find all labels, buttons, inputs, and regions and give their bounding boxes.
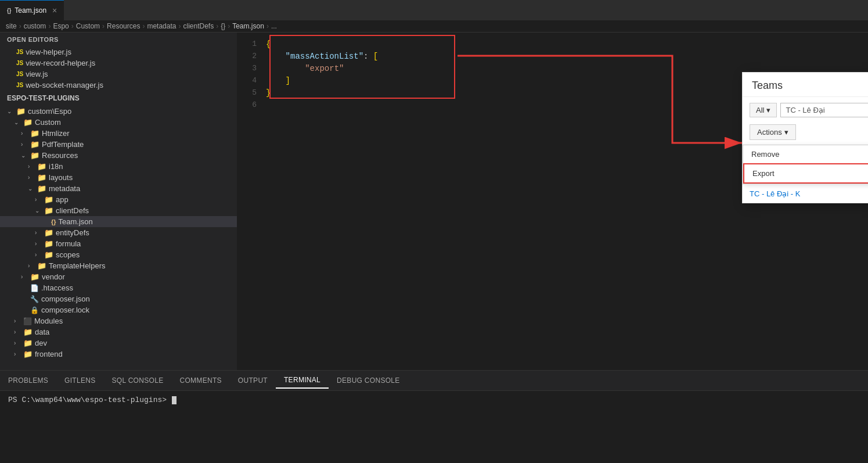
sidebar-item-label: Resources	[42, 151, 78, 160]
popup-export-item[interactable]: Export	[743, 163, 868, 184]
folder-icon: 📁	[44, 239, 53, 248]
popup-filter-row: All ▾	[743, 97, 868, 121]
sidebar-item-htmlizer[interactable]: › 📁 Htmlizer	[0, 128, 237, 139]
sidebar-item-label: layouts	[49, 173, 73, 182]
sidebar-item-composer-json[interactable]: 🔧 composer.json	[0, 293, 237, 304]
sidebar-item-i18n[interactable]: › 📁 i18n	[0, 161, 237, 172]
sidebar-item-team-json[interactable]: {} Team.json	[0, 216, 237, 227]
popup-search-input[interactable]	[780, 103, 868, 117]
sidebar: OPEN EDITORS JS view-helper.js JS view-r…	[0, 33, 237, 370]
tab-team-json[interactable]: {} Team.json ×	[0, 0, 64, 20]
popup-list-item: TC - Lê Đại - K	[743, 184, 868, 203]
folder-icon: 📁	[16, 107, 26, 116]
sidebar-item-label: metadata	[49, 184, 80, 193]
sidebar-item-custom[interactable]: ⌄ 📁 Custom	[0, 117, 237, 128]
project-name: ESPO-TEST-PLUGINS	[0, 91, 237, 106]
tab-comments[interactable]: COMMENTS	[171, 373, 229, 388]
main-area: OPEN EDITORS JS view-helper.js JS view-r…	[0, 33, 868, 370]
chevron-right-icon: ›	[35, 196, 42, 203]
tab-close-icon[interactable]: ×	[52, 6, 57, 15]
popup-filter-all-button[interactable]: All ▾	[750, 103, 777, 117]
breadcrumb-part: ...	[271, 22, 277, 30]
json-file-icon: {}	[7, 7, 11, 14]
breadcrumb-part: metadata	[147, 22, 176, 30]
breadcrumb: site › custom › Espo › Custom › Resource…	[0, 20, 868, 33]
terminal-prompt: PS C:\wamp64\www\espo-test-plugins>	[8, 396, 171, 404]
folder-icon: 📁	[30, 140, 39, 149]
sidebar-item-data[interactable]: › 📁 data	[0, 326, 237, 338]
chevron-right-icon: ›	[14, 329, 21, 335]
composer-lock-icon: 🔒	[30, 306, 39, 314]
sidebar-item-formula[interactable]: › 📁 formula	[0, 238, 237, 249]
sidebar-item-label: Custom	[35, 118, 61, 127]
folder-icon: 📁	[37, 162, 46, 171]
sidebar-item-entitydefs[interactable]: › 📁 entityDefs	[0, 227, 237, 238]
popup-actions-dropdown: Remove Export	[743, 145, 868, 184]
sidebar-item-view-record-helper[interactable]: JS view-record-helper.js	[0, 58, 237, 69]
chevron-down-icon: ⌄	[35, 207, 42, 214]
sidebar-item-label: clientDefs	[56, 206, 89, 215]
sidebar-item-label: scopes	[56, 250, 80, 259]
editor-content[interactable]: 1 { 2 "massActionList": [ 3 "export" 4 ]…	[237, 33, 868, 370]
sidebar-item-scopes[interactable]: › 📁 scopes	[0, 249, 237, 260]
chevron-right-icon: ›	[35, 229, 42, 236]
folder-icon: 📁	[44, 250, 53, 259]
popup-remove-item[interactable]: Remove	[743, 145, 868, 163]
tab-sql-console[interactable]: SQL CONSOLE	[104, 373, 172, 388]
code-line-1: 1 {	[237, 38, 868, 51]
sidebar-item-label: Htmlizer	[42, 129, 70, 138]
sidebar-item-web-socket-manager[interactable]: JS web-socket-manager.js	[0, 80, 237, 91]
sidebar-item-label: app	[56, 195, 69, 204]
modules-icon: ⬛	[23, 317, 32, 325]
sidebar-item-dev[interactable]: › 📁 dev	[0, 338, 237, 349]
sidebar-item-composer-lock[interactable]: 🔒 composer.lock	[0, 304, 237, 315]
sidebar-item-label: vendor	[42, 272, 65, 281]
sidebar-item-label: i18n	[49, 162, 63, 171]
chevron-down-icon: ⌄	[14, 119, 21, 125]
bottom-tabs: PROBLEMS GITLENS SQL CONSOLE COMMENTS OU…	[0, 371, 868, 391]
sidebar-item-label: TemplateHelpers	[49, 261, 106, 270]
tab-terminal[interactable]: TERMINAL	[276, 372, 329, 389]
breadcrumb-part: Custom	[76, 22, 100, 30]
js-file-icon: JS	[16, 60, 23, 66]
sidebar-item-label: PdfTemplate	[42, 140, 84, 149]
sidebar-item-view-helper[interactable]: JS view-helper.js	[0, 46, 237, 58]
chevron-right-icon: ›	[14, 318, 21, 324]
sidebar-item-layouts[interactable]: › 📁 layouts	[0, 172, 237, 183]
folder-icon: 📁	[37, 261, 46, 270]
chevron-right-icon: ›	[28, 174, 35, 181]
sidebar-item-custom-espo[interactable]: ⌄ 📁 custom\Espo	[0, 106, 237, 117]
tab-debug-console[interactable]: DEBUG CONSOLE	[329, 373, 408, 388]
sidebar-item-clientdefs[interactable]: ⌄ 📁 clientDefs	[0, 205, 237, 216]
folder-icon: 📁	[44, 195, 53, 204]
sidebar-item-frontend[interactable]: › 📁 frontend	[0, 349, 237, 360]
sidebar-item-pdftemplate[interactable]: › 📁 PdfTemplate	[0, 139, 237, 150]
sidebar-item-label: custom\Espo	[28, 107, 71, 116]
sidebar-item-modules[interactable]: › ⬛ Modules	[0, 315, 237, 326]
popup-teams: Teams All ▾ Actions ▾	[742, 72, 868, 203]
sidebar-item-app[interactable]: › 📁 app	[0, 194, 237, 205]
popup-title: Teams	[743, 73, 868, 97]
tab-output[interactable]: OUTPUT	[230, 373, 276, 388]
folder-icon: 📁	[30, 151, 39, 160]
sidebar-item-vendor[interactable]: › 📁 vendor	[0, 271, 237, 282]
js-file-icon: JS	[16, 71, 23, 77]
popup-actions-row: Actions ▾	[743, 121, 868, 143]
sidebar-item-templatehelpers[interactable]: › 📁 TemplateHelpers	[0, 260, 237, 271]
breadcrumb-current: Team.json	[232, 22, 264, 30]
composer-icon: 🔧	[30, 295, 39, 303]
tab-gitlens[interactable]: GITLENS	[56, 373, 103, 388]
sidebar-item-metadata[interactable]: ⌄ 📁 metadata	[0, 183, 237, 194]
popup-actions-button[interactable]: Actions ▾	[750, 124, 796, 140]
sidebar-item-htaccess[interactable]: 📄 .htaccess	[0, 282, 237, 293]
chevron-right-icon: ›	[14, 351, 21, 357]
folder-icon: 📁	[23, 328, 33, 336]
terminal-content[interactable]: PS C:\wamp64\www\espo-test-plugins>	[0, 391, 868, 463]
tab-problems[interactable]: PROBLEMS	[0, 373, 56, 388]
sidebar-item-label: formula	[56, 239, 81, 248]
terminal-cursor	[172, 396, 177, 404]
sidebar-item-label: entityDefs	[56, 228, 89, 237]
sidebar-item-resources[interactable]: ⌄ 📁 Resources	[0, 150, 237, 161]
tab-bar: {} Team.json ×	[0, 0, 868, 20]
sidebar-item-view[interactable]: JS view.js	[0, 69, 237, 80]
